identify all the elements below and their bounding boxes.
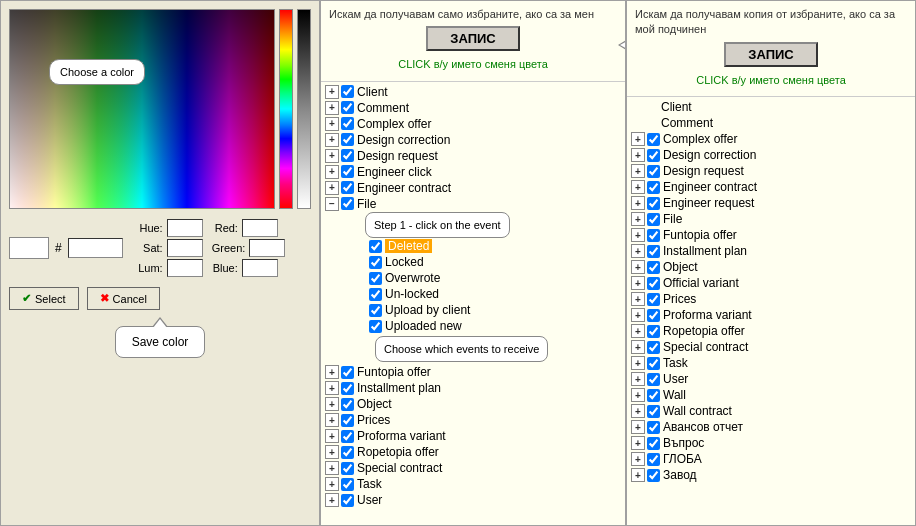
red-input[interactable]: 255 (242, 219, 278, 237)
tree-checkbox[interactable] (647, 341, 660, 354)
tree-child-label[interactable]: Upload by client (385, 303, 470, 317)
expand-button[interactable]: + (325, 477, 339, 491)
tree-checkbox[interactable] (647, 437, 660, 450)
green-input[interactable]: 255 (249, 239, 285, 257)
expand-button[interactable]: + (325, 101, 339, 115)
left-zapis-button[interactable]: ЗАПИС (426, 26, 519, 51)
expand-button[interactable]: + (631, 132, 645, 146)
right-tree-label[interactable]: Design request (663, 164, 744, 178)
expand-button[interactable]: + (631, 452, 645, 466)
tree-checkbox[interactable] (341, 382, 354, 395)
left-tree-container[interactable]: +Client+Comment+Complex offer+Design cor… (321, 82, 625, 525)
expand-button[interactable]: + (631, 308, 645, 322)
right-tree-label[interactable]: Client (661, 100, 692, 114)
expand-button[interactable]: + (631, 148, 645, 162)
tree-checkbox[interactable] (647, 165, 660, 178)
tree-label[interactable]: Funtopia offer (357, 365, 431, 379)
expand-button[interactable]: + (325, 365, 339, 379)
tree-label[interactable]: File (357, 197, 376, 211)
tree-checkbox[interactable] (341, 398, 354, 411)
tree-label[interactable]: Proforma variant (357, 429, 446, 443)
right-tree-label[interactable]: File (663, 212, 682, 226)
expand-button[interactable]: + (631, 276, 645, 290)
right-tree-label[interactable]: Завод (663, 468, 697, 482)
expand-button[interactable]: + (325, 445, 339, 459)
right-tree-label[interactable]: Ropetopia offer (663, 324, 745, 338)
expand-button[interactable]: + (325, 85, 339, 99)
tree-checkbox[interactable] (341, 149, 354, 162)
expand-button[interactable]: + (631, 212, 645, 226)
tree-checkbox[interactable] (341, 446, 354, 459)
expand-button[interactable]: + (325, 181, 339, 195)
tree-checkbox[interactable] (647, 405, 660, 418)
right-tree-label[interactable]: Wall contract (663, 404, 732, 418)
cancel-button[interactable]: ✖ Cancel (87, 287, 160, 310)
tree-checkbox[interactable] (341, 197, 354, 210)
expand-button[interactable]: − (325, 197, 339, 211)
expand-button[interactable]: + (631, 260, 645, 274)
tree-checkbox[interactable] (341, 414, 354, 427)
tree-checkbox[interactable] (341, 85, 354, 98)
tree-checkbox[interactable] (647, 469, 660, 482)
expand-button[interactable]: + (325, 149, 339, 163)
hex-input[interactable]: ffffff (68, 238, 123, 258)
tree-checkbox[interactable] (647, 133, 660, 146)
right-tree-label[interactable]: Въпрос (663, 436, 704, 450)
tree-checkbox[interactable] (647, 389, 660, 402)
expand-button[interactable]: + (631, 420, 645, 434)
sat-input[interactable]: 0 (167, 239, 203, 257)
tree-checkbox[interactable] (647, 229, 660, 242)
expand-button[interactable]: + (631, 292, 645, 306)
luminance-strip[interactable] (297, 9, 311, 209)
right-tree-label[interactable]: Task (663, 356, 688, 370)
tree-checkbox[interactable] (369, 288, 382, 301)
tree-label[interactable]: Comment (357, 101, 409, 115)
right-tree-container[interactable]: ClientComment+Complex offer+Design corre… (627, 97, 915, 525)
expand-button[interactable]: + (631, 388, 645, 402)
hue-strip[interactable] (279, 9, 293, 209)
expand-button[interactable]: + (631, 244, 645, 258)
tree-checkbox[interactable] (341, 494, 354, 507)
tree-label[interactable]: Special contract (357, 461, 442, 475)
expand-button[interactable]: + (631, 340, 645, 354)
tree-child-label[interactable]: Un-locked (385, 287, 439, 301)
tree-checkbox[interactable] (647, 373, 660, 386)
right-tree-label[interactable]: Comment (661, 116, 713, 130)
expand-button[interactable]: + (631, 164, 645, 178)
select-button[interactable]: ✔ Select (9, 287, 79, 310)
expand-button[interactable]: + (325, 165, 339, 179)
tree-checkbox[interactable] (647, 197, 660, 210)
tree-label[interactable]: Ropetopia offer (357, 445, 439, 459)
tree-child-label[interactable]: Locked (385, 255, 424, 269)
tree-checkbox[interactable] (341, 181, 354, 194)
tree-label[interactable]: Engineer click (357, 165, 432, 179)
tree-checkbox[interactable] (369, 320, 382, 333)
tree-label[interactable]: Client (357, 85, 388, 99)
right-tree-label[interactable]: Авансов отчет (663, 420, 743, 434)
tree-checkbox[interactable] (341, 430, 354, 443)
blue-input[interactable]: 255 (242, 259, 278, 277)
tree-checkbox[interactable] (647, 421, 660, 434)
tree-checkbox[interactable] (647, 293, 660, 306)
right-tree-label[interactable]: Official variant (663, 276, 739, 290)
tree-label[interactable]: User (357, 493, 382, 507)
expand-button[interactable]: + (631, 372, 645, 386)
expand-button[interactable]: + (631, 180, 645, 194)
right-tree-label[interactable]: Engineer contract (663, 180, 757, 194)
tree-checkbox[interactable] (341, 366, 354, 379)
tree-label[interactable]: Prices (357, 413, 390, 427)
right-tree-label[interactable]: Object (663, 260, 698, 274)
expand-button[interactable]: + (631, 468, 645, 482)
right-tree-label[interactable]: Design correction (663, 148, 756, 162)
tree-checkbox[interactable] (369, 272, 382, 285)
tree-label[interactable]: Task (357, 477, 382, 491)
color-gradient-area[interactable]: Choose a color (9, 9, 275, 209)
right-tree-label[interactable]: ГЛОБА (663, 452, 702, 466)
tree-checkbox[interactable] (647, 213, 660, 226)
right-tree-label[interactable]: User (663, 372, 688, 386)
tree-child-label[interactable]: Uploaded new (385, 319, 462, 333)
tree-child-label[interactable]: Overwrote (385, 271, 440, 285)
lum-input[interactable]: 100 (167, 259, 203, 277)
tree-checkbox[interactable] (647, 181, 660, 194)
tree-checkbox[interactable] (647, 309, 660, 322)
